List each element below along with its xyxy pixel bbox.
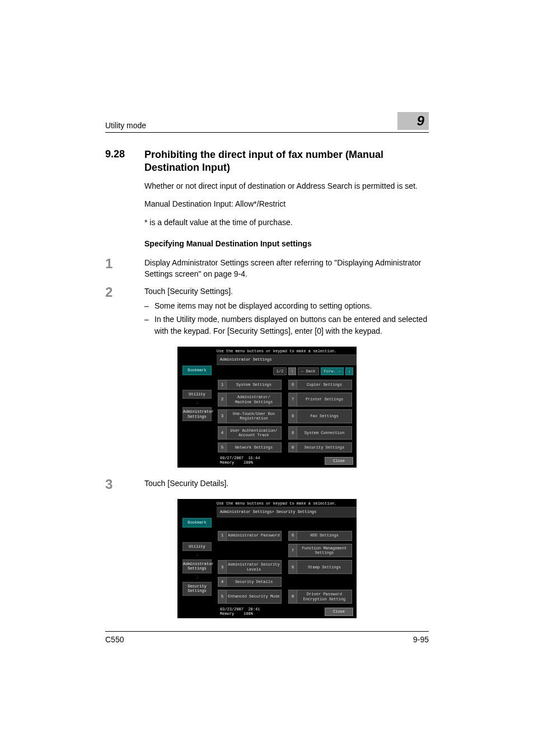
section-number: 9.28 xyxy=(105,148,144,160)
touch-screen-admin-settings: Use the menu buttons or keypad to make a… xyxy=(177,347,357,468)
option-network-settings[interactable]: 5Network Settings xyxy=(218,442,282,452)
section-title: Prohibiting the direct input of fax numb… xyxy=(144,148,429,174)
close-button[interactable]: Close xyxy=(325,608,353,615)
step-2: 2 Touch [Security Settings]. Some items … xyxy=(105,286,429,339)
running-header: Utility mode 9 xyxy=(105,112,429,133)
option-admin-security-levels[interactable]: 3Administrator Security Levels xyxy=(218,560,282,574)
sidebar-item-admin-settings[interactable]: Administrator Settings xyxy=(182,559,212,573)
bookmark-tab[interactable]: Bookmark xyxy=(182,366,212,375)
step-number: 2 xyxy=(105,286,144,299)
option-grid: 1Administrator Password 6HDD Settings 7F… xyxy=(217,529,357,606)
page-indicator: 1/2 xyxy=(273,367,287,375)
pager: 1/2 ↑ ← Back Forw. → ↓ xyxy=(217,365,357,377)
step-notes: Some items may not be displayed accordin… xyxy=(144,300,429,337)
step-number: 1 xyxy=(105,257,144,270)
section-heading: 9.28 Prohibiting the direct input of fax… xyxy=(105,148,429,174)
chevron-down-icon: ↓ xyxy=(196,553,198,557)
screen-datetime: 09/27/2007 15:44 Memory 100% xyxy=(220,456,260,465)
step-number: 3 xyxy=(105,478,144,491)
step-note: Some items may not be displayed accordin… xyxy=(154,300,429,311)
breadcrumb: Administrator Settings xyxy=(217,354,357,365)
step-3: 3 Touch [Security Details]. xyxy=(105,478,429,491)
sidebar-item-utility[interactable]: Utility xyxy=(182,390,212,399)
step-text: Touch [Security Settings]. xyxy=(144,287,233,296)
screen-datetime: 03/23/2007 20:41 Memory 100% xyxy=(220,608,260,616)
screen-prompt: Use the menu buttons or keypad to make a… xyxy=(177,347,357,354)
sidebar-item-admin-settings[interactable]: Administrator Settings xyxy=(182,407,212,421)
subheading: Specifying Manual Destination Input sett… xyxy=(144,238,429,249)
option-onetouch-userbox[interactable]: 3One-Touch/User Box Registration xyxy=(218,409,282,423)
sidebar-item-utility[interactable]: Utility xyxy=(182,542,212,551)
intro-para-2: Manual Destination Input: Allow*/Restric… xyxy=(144,198,429,209)
close-button[interactable]: Close xyxy=(325,457,353,465)
option-fax-settings[interactable]: 8Fax Settings xyxy=(288,409,352,423)
forward-button[interactable]: Forw. → xyxy=(321,367,344,375)
option-printer-settings[interactable]: 7Printer Settings xyxy=(288,393,352,407)
screen-prompt: Use the menu buttons or keypad to make a… xyxy=(177,499,357,507)
option-hdd-settings[interactable]: 6HDD Settings xyxy=(288,531,352,541)
step-text: Touch [Security Details]. xyxy=(144,479,228,488)
option-enhanced-security[interactable]: 5Enhanced Security Mode xyxy=(218,590,282,604)
option-system-settings[interactable]: 1System Settings xyxy=(218,380,282,390)
intro-para-1: Whether or not direct input of destinati… xyxy=(144,180,429,192)
page-down-button[interactable]: ↓ xyxy=(345,367,353,375)
intro-para-3: * is a default value at the time of purc… xyxy=(144,217,429,228)
bookmark-tab[interactable]: Bookmark xyxy=(182,518,212,527)
step-note: In the Utility mode, numbers displayed o… xyxy=(154,314,429,337)
option-user-auth[interactable]: 4User Authentication/ Account Track xyxy=(218,426,282,440)
back-button[interactable]: ← Back xyxy=(298,367,318,375)
page-up-button[interactable]: ↑ xyxy=(288,367,296,375)
breadcrumb: Administrator Settings> Security Setting… xyxy=(217,507,357,517)
touch-screen-security-settings: Use the menu buttons or keypad to make a… xyxy=(177,499,357,619)
chevron-down-icon: ↓ xyxy=(196,576,198,580)
option-function-management[interactable]: 7Function Management Settings xyxy=(288,544,352,558)
step-text: Display Administrator Settings screen af… xyxy=(144,258,421,278)
screen-sidebar: Bookmark Utility ↓ Administrator Setting… xyxy=(177,507,217,618)
screen-sidebar: Bookmark Utility ↓ Administrator Setting… xyxy=(177,354,217,468)
option-security-settings[interactable]: 0Security Settings xyxy=(288,442,352,452)
header-section: Utility mode xyxy=(105,121,146,130)
option-security-details[interactable]: 4Security Details xyxy=(218,577,282,587)
option-copier-settings[interactable]: 6Copier Settings xyxy=(288,380,352,390)
step-1: 1 Display Administrator Settings screen … xyxy=(105,257,429,280)
page-footer: C550 9-95 xyxy=(105,631,429,644)
option-admin-password[interactable]: 1Administrator Password xyxy=(218,531,282,541)
option-admin-machine[interactable]: 2Administrator/ Machine Settings xyxy=(218,393,282,407)
option-stamp-settings[interactable]: 8Stamp Settings xyxy=(288,560,352,574)
footer-model: C550 xyxy=(105,635,124,644)
option-system-connection[interactable]: 9System Connection xyxy=(288,426,352,440)
option-grid: 1System Settings 6Copier Settings 2Admin… xyxy=(217,377,357,455)
footer-page: 9-95 xyxy=(413,635,429,644)
option-driver-password-encryption[interactable]: 0Driver Password Encryption Setting xyxy=(288,590,352,604)
chapter-number-badge: 9 xyxy=(397,112,429,130)
chevron-down-icon: ↓ xyxy=(196,401,198,405)
sidebar-item-security-settings[interactable]: Security Settings xyxy=(182,582,212,596)
